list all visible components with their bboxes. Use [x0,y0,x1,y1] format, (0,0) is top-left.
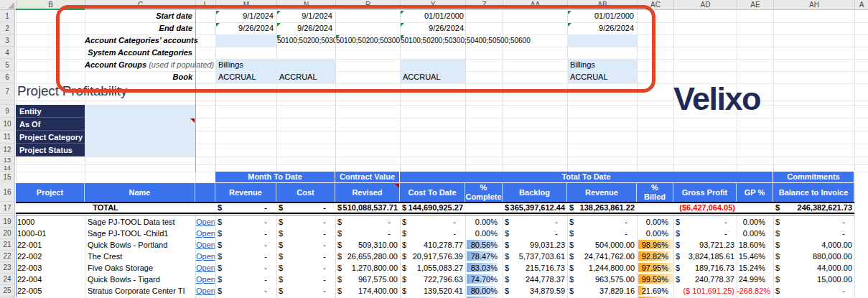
end-date-m-cell[interactable]: 9/26/2024 [215,22,276,34]
filter-entity-label[interactable]: Entity [16,105,85,118]
row-header-13[interactable]: 13 [0,157,15,164]
cost-to-date-cell[interactable]: $722,796.63 [400,274,465,285]
filter-as-of-label[interactable]: As Of [16,118,85,131]
pct-complete-cell[interactable]: 80.00% [466,285,502,297]
open-link[interactable]: Open [196,218,215,226]
col-header-backlog[interactable]: Backlog [503,182,567,202]
row-header-5[interactable]: 5 [0,59,15,71]
revenue-mtd-cell[interactable]: $- [215,239,276,251]
pct-complete-cell[interactable]: 83.03% [466,262,502,274]
row-header-3[interactable]: 3 [0,34,15,47]
column-header-Y[interactable]: Y [400,0,465,9]
gp-pct-cell[interactable]: 15.24% [737,262,773,274]
project-name-cell[interactable]: Quick Bowls - Tigard [88,274,194,285]
backlog-cell[interactable]: $- [503,228,567,239]
system-account-categories-label[interactable]: System Account Categories [85,47,192,59]
revised-cell[interactable]: $509,310.00 [335,239,400,251]
account-categories-n-cell[interactable]: 50100;50200;50300 [277,34,335,47]
column-header-AB[interactable]: AB [567,0,637,9]
project-id-cell[interactable]: 22-003 [17,262,83,274]
total-gross-profit[interactable]: ($6,427,064.05) [673,202,737,214]
column-header-AH[interactable]: AH [773,0,854,9]
account-categories-m-cell[interactable] [215,34,276,47]
row-header-10[interactable]: 10 [0,118,15,131]
filter-project-status-input[interactable] [85,144,195,157]
pct-complete-cell[interactable]: 74.70% [466,274,502,285]
group-header-month-to-date[interactable]: Month To Date [215,172,335,182]
total-backlog[interactable]: $365,397,612.44 [503,202,567,214]
gp-pct-cell[interactable]: -268.82% [737,285,773,297]
revenue-ttd-cell[interactable]: $24,741,762.00 [567,251,637,262]
cost-to-date-cell[interactable]: $20,917,576.39 [400,251,465,262]
filter-entity-input[interactable] [85,105,195,118]
balance-to-invoice-cell[interactable]: $44,000.00 [773,262,854,274]
cost-to-date-cell[interactable]: $1,055,083.27 [400,262,465,274]
cost-mtd-cell[interactable]: $- [276,274,335,285]
total-revenue-mtd[interactable]: $- [215,202,276,214]
revenue-ttd-cell[interactable]: $1,244,800.00 [567,262,637,274]
total-cost-mtd[interactable]: $- [276,202,335,214]
revenue-mtd-cell[interactable]: $- [215,251,276,262]
project-id-cell[interactable]: 1000-01 [17,228,83,239]
project-id-cell[interactable]: 22-002 [17,251,83,262]
open-link[interactable]: Open [196,241,215,249]
column-header-AC[interactable]: AC [637,0,673,9]
gp-pct-cell[interactable]: 24.99% [737,274,773,285]
col-header-revised[interactable]: Revised [335,182,400,202]
filter-project-status-label[interactable]: Project Status [16,144,85,157]
revenue-mtd-cell[interactable]: $- [215,228,276,239]
cost-mtd-cell[interactable]: $- [276,228,335,239]
column-header-Z[interactable]: Z [465,0,503,9]
group-header-contract-value[interactable]: Contract Value [335,172,400,182]
start-date-m-cell[interactable]: 9/1/2024 [215,10,276,22]
row-header-12[interactable]: 12 [0,144,15,157]
revenue-ttd-cell[interactable]: $963,575.00 [567,274,637,285]
gross-profit-cell[interactable]: $93,721.23 [673,239,737,251]
col-header-name[interactable]: Name [85,182,195,202]
gross-profit-cell[interactable]: $189,716.73 [673,262,737,274]
col-header-gp-pct[interactable]: GP % [737,182,773,202]
column-header-C[interactable]: C [85,0,195,9]
filter-project-category-label[interactable]: Project Category [16,131,85,144]
revenue-ttd-cell[interactable]: $37,829.16 [567,285,637,297]
row-header-1[interactable]: 1 [0,10,15,22]
balance-to-invoice-cell[interactable]: $880,000.00 [773,251,854,262]
account-categories-r-cell[interactable]: 50100;50200;50300;50 [336,34,400,47]
book-n-cell[interactable]: ACCRUAL [276,71,335,83]
balance-to-invoice-cell[interactable]: $4,000.00 [773,239,854,251]
cost-to-date-cell[interactable]: $139,520.41 [400,285,465,297]
col-header-open[interactable] [195,182,215,202]
balance-to-invoice-cell[interactable]: $- [773,228,854,239]
cost-to-date-cell[interactable]: $- [400,228,465,239]
project-id-cell[interactable]: 1000 [17,216,83,228]
account-categories-ab-cell[interactable] [567,34,637,47]
total-cost-to-date[interactable]: $144,690,925.27 [400,202,465,214]
column-header-R[interactable]: R [335,0,400,9]
end-date-y-cell[interactable]: 9/26/2024 [400,22,467,34]
project-id-cell[interactable]: 22-005 [17,285,83,297]
revised-cell[interactable]: $26,655,280.00 [335,251,400,262]
col-header-pct-billed[interactable]: %Billed [637,182,673,202]
book-label[interactable]: Book [85,71,192,83]
revised-cell[interactable]: $174,400.00 [335,285,400,297]
col-header-revenue-mtd[interactable]: Revenue [215,182,276,202]
total-revenue-ttd[interactable]: $138,263,861.22 [567,202,637,214]
cost-mtd-cell[interactable]: $- [276,216,335,228]
column-header-AA[interactable]: AA [503,0,567,9]
group-header-total-to-date[interactable]: Total To Date [400,172,773,182]
cost-mtd-cell[interactable]: $- [276,251,335,262]
pct-complete-cell[interactable]: 0.00% [466,216,502,228]
revenue-mtd-cell[interactable]: $- [215,285,276,297]
col-header-project[interactable]: Project [16,182,85,202]
backlog-cell[interactable]: $5,737,703.61 [503,251,567,262]
column-header-N[interactable]: N [276,0,335,9]
balance-to-invoice-cell[interactable]: $- [773,216,854,228]
gp-pct-cell[interactable]: 18.60% [737,239,773,251]
revenue-ttd-cell[interactable]: $504,000.00 [567,239,637,251]
gross-profit-cell[interactable]: $240,778.37 [673,274,737,285]
cost-mtd-cell[interactable]: $- [276,239,335,251]
start-date-label[interactable]: Start date [85,10,192,22]
revised-cell[interactable]: $- [335,228,400,239]
revenue-mtd-cell[interactable]: $- [215,216,276,228]
row-header-15[interactable]: 15 [0,172,15,182]
